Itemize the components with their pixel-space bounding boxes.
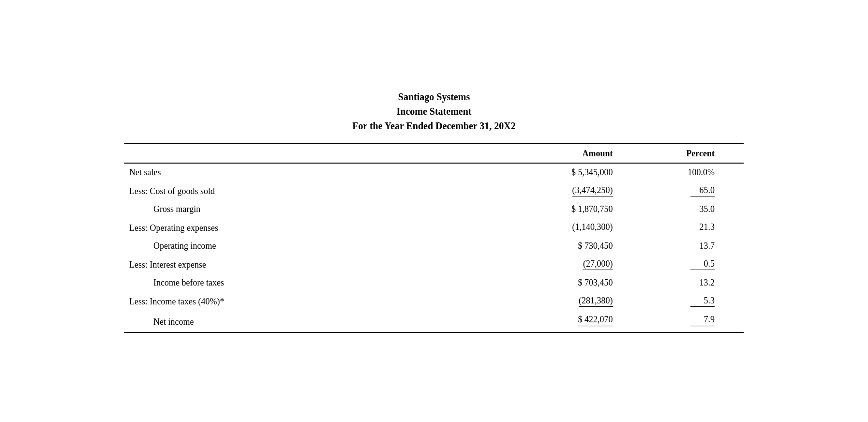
page-container: Santiago Systems Income Statement For th… xyxy=(95,70,773,352)
row-percent: 35.0 xyxy=(632,200,744,218)
table-row: Less: Operating expenses(1,140,300)21.3 xyxy=(124,218,744,237)
table-row: Income before taxes$ 703,45013.2 xyxy=(124,274,744,292)
table-row: Net income$ 422,0707.9 xyxy=(124,311,744,331)
row-label: Less: Operating expenses xyxy=(124,218,496,237)
row-percent: 0.5 xyxy=(632,255,744,274)
table-container: Amount Percent Net sales$ 5,345,000100.0… xyxy=(124,143,744,333)
row-percent: 21.3 xyxy=(632,218,744,237)
row-label: Net sales xyxy=(124,163,496,181)
header-top-border-row: Amount Percent xyxy=(124,143,744,163)
row-percent: 5.3 xyxy=(632,292,744,311)
row-label: Net income xyxy=(124,311,496,331)
table-bottom-border xyxy=(124,331,744,332)
row-amount: $ 5,345,000 xyxy=(496,163,632,181)
row-label: Gross margin xyxy=(124,200,496,218)
row-percent: 100.0% xyxy=(632,163,744,181)
row-label: Income before taxes xyxy=(124,274,496,292)
row-amount: $ 730,450 xyxy=(496,237,632,255)
row-label: Operating income xyxy=(124,237,496,255)
col-header-percent: Percent xyxy=(632,143,744,163)
row-label: Less: Interest expense xyxy=(124,255,496,274)
table-row: Gross margin$ 1,870,75035.0 xyxy=(124,200,744,218)
row-percent: 13.7 xyxy=(632,237,744,255)
table-row: Net sales$ 5,345,000100.0% xyxy=(124,163,744,181)
col-header-amount: Amount xyxy=(496,143,632,163)
table-row: Less: Income taxes (40%)*(281,380)5.3 xyxy=(124,292,744,311)
row-amount: $ 422,070 xyxy=(496,311,632,331)
row-amount: (1,140,300) xyxy=(496,218,632,237)
row-label: Less: Cost of goods sold xyxy=(124,181,496,200)
row-amount: (3,474,250) xyxy=(496,181,632,200)
company-name: Santiago Systems xyxy=(124,90,744,104)
period-label: For the Year Ended December 31, 20X2 xyxy=(124,119,744,133)
table-row: Less: Cost of goods sold(3,474,250)65.0 xyxy=(124,181,744,200)
table-row: Less: Interest expense(27,000)0.5 xyxy=(124,255,744,274)
statement-title: Income Statement xyxy=(124,104,744,119)
row-amount: (281,380) xyxy=(496,292,632,311)
row-amount: $ 703,450 xyxy=(496,274,632,292)
row-percent: 7.9 xyxy=(632,311,744,331)
table-row: Operating income$ 730,45013.7 xyxy=(124,237,744,255)
row-label: Less: Income taxes (40%)* xyxy=(124,292,496,311)
col-header-label xyxy=(124,143,496,163)
row-percent: 65.0 xyxy=(632,181,744,200)
income-statement-table: Amount Percent Net sales$ 5,345,000100.0… xyxy=(124,143,744,333)
row-percent: 13.2 xyxy=(632,274,744,292)
row-amount: (27,000) xyxy=(496,255,632,274)
row-amount: $ 1,870,750 xyxy=(496,200,632,218)
report-header: Santiago Systems Income Statement For th… xyxy=(124,90,744,133)
